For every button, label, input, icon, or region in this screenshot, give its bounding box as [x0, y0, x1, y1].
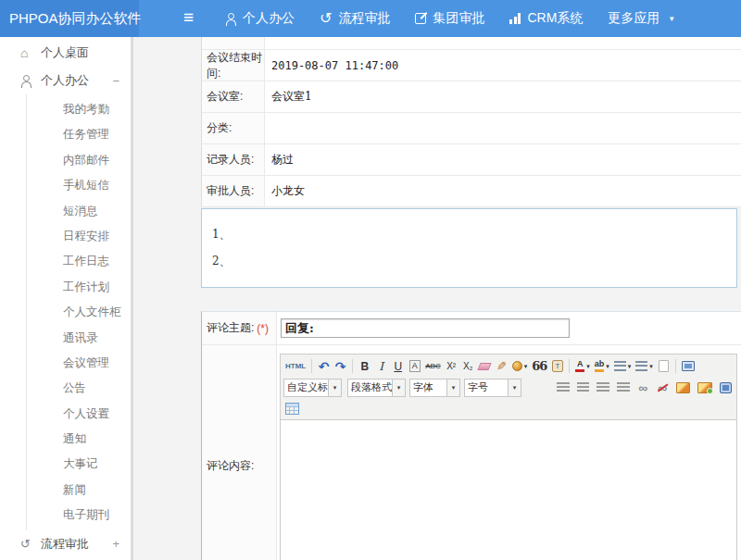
comment-subject-row: 评论主题: (*): [202, 312, 741, 345]
paragraph-select[interactable]: 段落格式▾: [347, 379, 406, 397]
comment-content-row: 评论内容: HTML ↶ ↷ B I U A ABC: [202, 345, 741, 560]
editor-cell: HTML ↶ ↷ B I U A ABC X² X₂ ✎: [277, 345, 741, 560]
bold-icon[interactable]: B: [357, 358, 372, 375]
content-label: 评论内容:: [207, 458, 254, 474]
undo-icon[interactable]: ↶: [316, 358, 332, 375]
history-icon: ↺: [320, 12, 332, 25]
italic-icon[interactable]: I: [373, 358, 389, 375]
media-shape: [720, 382, 732, 393]
link-icon[interactable]: ∞: [635, 380, 651, 396]
unordered-list-icon[interactable]: ▾: [634, 358, 655, 375]
nav-label: 更多应用: [608, 10, 659, 27]
ordered-list-icon[interactable]: ▾: [612, 358, 634, 375]
align-shape: [597, 382, 609, 392]
sidebar-item-personal-office[interactable]: 个人办公 −: [0, 67, 131, 94]
row-value-cell: 2019-08-07 11:47:00: [265, 50, 741, 81]
align-center-icon[interactable]: [575, 380, 592, 396]
sidebar-item-attendance[interactable]: 我的考勤: [27, 97, 131, 122]
editor-content-area[interactable]: [281, 420, 736, 560]
nav-workflow-approval[interactable]: ↺ 流程审批: [320, 10, 390, 27]
align-justify-icon[interactable]: [615, 380, 632, 396]
caret-icon: ▾: [606, 363, 609, 370]
row-label-cell: 审批人员:: [202, 176, 265, 206]
source-code-button[interactable]: HTML: [283, 358, 308, 375]
nav-personal-office[interactable]: 个人办公: [225, 10, 295, 27]
highlight-color-icon[interactable]: ab▾: [593, 358, 611, 375]
fontsize-select[interactable]: 字号▾: [464, 379, 521, 397]
nav-more-apps[interactable]: 更多应用 ▼: [608, 10, 675, 27]
sidebar-item-internal-mail[interactable]: 内部邮件: [27, 148, 131, 173]
fullscreen-icon[interactable]: [680, 358, 697, 375]
comment-subject-input[interactable]: [281, 318, 570, 338]
editor-toolbar: HTML ↶ ↷ B I U A ABC X² X₂ ✎: [281, 355, 736, 420]
font-select[interactable]: 字体▾: [409, 379, 460, 397]
sidebar-item-work-log[interactable]: 工作日志: [27, 249, 131, 274]
sidebar-item-events[interactable]: 大事记: [27, 452, 131, 477]
color-palette-icon[interactable]: ▾: [510, 358, 530, 375]
expand-icon[interactable]: +: [97, 402, 105, 427]
table-row: 分类:: [202, 113, 741, 144]
color-bar: [575, 369, 584, 372]
sidebar-item-meeting-mgmt[interactable]: 会议管理: [27, 351, 131, 376]
row-value-cell: [265, 113, 741, 143]
eraser-icon[interactable]: [477, 358, 493, 375]
font-color-icon[interactable]: A▾: [573, 358, 592, 375]
subscript-icon[interactable]: X₂: [460, 358, 476, 375]
sidebar-item-sms[interactable]: 手机短信: [27, 173, 131, 198]
sidebar-scrollbar[interactable]: [131, 37, 133, 560]
redo-icon[interactable]: ↷: [333, 358, 348, 375]
align-right-icon[interactable]: [595, 380, 611, 396]
expand-icon[interactable]: +: [112, 537, 119, 551]
align-left-icon[interactable]: [555, 380, 571, 396]
underline-icon[interactable]: U: [390, 358, 406, 375]
sidebar-item-work-plan[interactable]: 工作计划: [27, 275, 131, 300]
sidebar-item-schedule[interactable]: 日程安排: [27, 224, 131, 249]
sidebar-item-notice[interactable]: 通知: [27, 427, 131, 452]
strikethrough-icon[interactable]: ABC: [423, 358, 442, 375]
nav-label: 个人办公: [243, 10, 295, 27]
top-navigation: 个人办公 ↺ 流程审批 集团审批 CRM系统 更多应用 ▼: [225, 0, 675, 37]
select-value: 自定义标题: [284, 380, 328, 394]
sidebar-item-file-cabinet[interactable]: 个人文件柜: [27, 300, 131, 325]
align-shape: [577, 382, 590, 392]
eraser-shape: [478, 363, 492, 370]
sidebar-item-tasks[interactable]: 任务管理: [27, 122, 131, 147]
sidebar-item-news[interactable]: 新闻: [27, 478, 131, 503]
collapse-icon[interactable]: −: [112, 74, 119, 88]
person-icon: [20, 75, 34, 87]
palette-shape: [512, 361, 522, 371]
media-icon[interactable]: [718, 380, 734, 396]
font-color-glyph: A: [577, 360, 584, 368]
row-label-cell: [202, 37, 265, 49]
sidebar-item-desktop[interactable]: ⌂ 个人桌面: [0, 39, 131, 67]
sidebar-item-contacts[interactable]: 通讯录: [27, 326, 131, 351]
multi-image-icon[interactable]: [696, 380, 714, 396]
paste-as-text-icon[interactable]: T: [549, 358, 565, 375]
blockquote-icon[interactable]: 66: [530, 358, 548, 375]
superscript-icon[interactable]: X²: [444, 358, 459, 375]
hamburger-menu-icon[interactable]: ≡: [183, 0, 194, 37]
new-page-icon[interactable]: [656, 358, 672, 375]
nav-group-approval[interactable]: 集团审批: [415, 10, 484, 27]
heading-select[interactable]: 自定义标题▾: [283, 379, 342, 397]
format-brush-icon[interactable]: ✎: [494, 358, 509, 375]
sidebar-item-e-journal[interactable]: 电子期刊: [27, 503, 131, 528]
sidebar-item-announcement[interactable]: 公告: [27, 376, 131, 401]
comment-form-table: 评论主题: (*) 评论内容: HTML ↶ ↷ B: [201, 311, 741, 560]
row-label-cell: 会议结束时间:: [202, 50, 265, 81]
font-style-icon[interactable]: A: [407, 358, 422, 375]
sidebar-item-short-message[interactable]: 短消息: [27, 199, 131, 224]
nav-crm-system[interactable]: CRM系统: [509, 10, 583, 27]
row-value-cell: [265, 37, 741, 49]
sidebar-item-workflow-approval[interactable]: ↺ 流程审批 +: [0, 530, 131, 558]
unlink-icon[interactable]: ∞: [655, 380, 671, 396]
table-icon[interactable]: [283, 400, 301, 417]
person-icon: [225, 13, 236, 25]
sidebar-item-personal-settings[interactable]: 个人设置 +: [27, 402, 131, 427]
row-label-cell: 评论内容:: [202, 345, 277, 560]
row-value-cell: 小龙女: [265, 176, 741, 206]
meeting-info-table: 会议结束时间: 2019-08-07 11:47:00 会议室: 会议室1 分类…: [201, 37, 741, 207]
table-row: 会议结束时间: 2019-08-07 11:47:00: [202, 50, 741, 81]
image-icon[interactable]: [674, 380, 693, 396]
sidebar-item-label: 个人桌面: [41, 44, 89, 61]
